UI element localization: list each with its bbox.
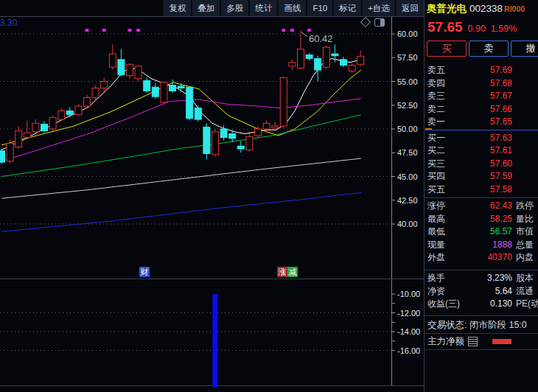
toolbar-button-adjust-rights[interactable]: 复权 [163, 0, 191, 16]
bid-row[interactable]: 买三57.60 [425, 158, 538, 171]
stock-code: 002338 [469, 3, 503, 14]
level-price: 57.66 [490, 103, 512, 116]
candle-down [152, 87, 158, 97]
candle-up [49, 118, 56, 129]
ma-value-clipped-label: 3.30 [0, 18, 17, 28]
buy-button[interactable]: 买 [427, 41, 467, 57]
candle-up [246, 136, 253, 150]
candle-down [144, 80, 150, 91]
svg-text:60.00: 60.00 [397, 29, 418, 38]
ask-levels: 卖五57.69卖四57.68卖三57.67卖二57.66卖一57.65 [425, 64, 538, 129]
candle-up [15, 131, 22, 147]
stat-row: 外盘40370内盘 [425, 251, 538, 265]
svg-text:60.42: 60.42 [309, 33, 333, 44]
level-price: 57.63 [490, 132, 512, 145]
main-flow-label: 主力净额 [427, 335, 464, 348]
toolbar-button-f10-info[interactable]: F10 [307, 0, 332, 16]
bid-row[interactable]: 买五57.58 [425, 183, 538, 197]
trade-status-label: 交易状态: [427, 320, 467, 330]
svg-text:-14.00: -14.00 [397, 327, 420, 336]
level-price: 57.65 [490, 116, 512, 129]
level-label: 买三 [427, 158, 445, 171]
ma-20-magenta [1, 99, 361, 161]
toolbar-button-add-watchlist[interactable]: +自选 [362, 0, 395, 16]
ask-row[interactable]: 卖二57.66 [425, 103, 538, 116]
stat-row: 涨停62.43跌停 [425, 200, 538, 213]
toolbar-button-multi-stock[interactable]: 多股 [220, 0, 248, 16]
cancel-button[interactable]: 撤 [511, 41, 538, 57]
svg-text:50.00: 50.00 [397, 125, 418, 133]
svg-text:47.50: 47.50 [397, 148, 418, 157]
candle-up [357, 56, 364, 64]
bid-row[interactable]: 买一57.63 [425, 132, 538, 145]
candle-up [161, 83, 167, 102]
candle-up [109, 54, 116, 67]
toolbar-button-statistics[interactable]: 统计 [249, 0, 277, 16]
candle-up [127, 64, 133, 75]
grid-and-axes: 60.0057.5055.0052.5050.0047.5045.0042.50… [0, 16, 424, 386]
bid-row[interactable]: 买四57.59 [425, 170, 538, 183]
book-divider [425, 130, 538, 132]
chart-corner-icons [362, 17, 391, 27]
svg-text:-16.00: -16.00 [397, 346, 420, 355]
tag-finance[interactable]: 财 [139, 267, 150, 277]
candle-down [229, 133, 236, 138]
toolbar-button-overlay[interactable]: 叠加 [192, 0, 220, 16]
ask-row[interactable]: 卖五57.69 [425, 64, 538, 77]
svg-text:-10.00: -10.00 [397, 290, 420, 298]
main-flow-net-bar [492, 339, 511, 344]
level-label: 卖一 [427, 116, 445, 129]
level-label: 卖三 [427, 90, 445, 103]
quote-panel: 奥普光电002338RI000 57.650.901.59% 买卖撤 卖五57.… [424, 0, 538, 392]
candle-up [272, 126, 279, 128]
detail-list-icon[interactable] [468, 337, 478, 346]
candlestick-chart[interactable]: 60.0057.5055.0052.5050.0047.5045.0042.50… [0, 0, 424, 392]
tag-zhang[interactable]: 涨 [277, 267, 287, 277]
candle-down [332, 54, 338, 56]
level-price: 57.69 [490, 64, 512, 77]
ask-row[interactable]: 卖四57.68 [425, 77, 538, 91]
stock-corner-tag: RI000 [504, 4, 525, 13]
candles[interactable] [0, 30, 364, 164]
ask-row[interactable]: 卖三57.67 [425, 90, 538, 103]
candle-up [263, 123, 270, 129]
quote-stats-secondary: 换手3.23%股本净资5.64流通收益(三)0.130PE(动 [425, 270, 538, 311]
toolbar-button-draw-line[interactable]: 画线 [278, 0, 306, 16]
candle-up [75, 106, 82, 115]
trade-status-value: 闭市阶段 15:0 [469, 320, 527, 330]
candle-up [32, 123, 39, 132]
candle-down [0, 151, 5, 162]
level-price: 57.61 [490, 144, 512, 158]
sell-button[interactable]: 卖 [469, 41, 509, 57]
split-view-icon[interactable] [374, 18, 385, 27]
main-flow-row: 主力净额 [425, 333, 538, 350]
candle-down [340, 60, 347, 66]
level-label: 卖五 [427, 64, 445, 77]
level-label: 买五 [427, 183, 445, 197]
level-price: 57.68 [490, 77, 512, 91]
candle-up [7, 143, 13, 161]
toolbar-button-back[interactable]: 返回 [396, 0, 424, 16]
candle-up [280, 77, 287, 126]
stat-row: 净资5.64流通 [425, 285, 538, 298]
candle-up [84, 97, 91, 106]
bid-levels: 买一57.63买二57.61买三57.60买四57.59买五57.58 [425, 132, 538, 197]
ask-row[interactable]: 卖一57.65 [425, 116, 538, 129]
trade-buttons: 买卖撤 [425, 41, 538, 57]
svg-text:42.50: 42.50 [397, 196, 418, 205]
order-book: 卖五57.69卖四57.68卖三57.67卖二57.66卖一57.65 买一57… [425, 64, 538, 196]
level-price: 57.59 [490, 170, 512, 183]
candle-up [58, 111, 65, 119]
candle-down [203, 127, 210, 153]
level-label: 买二 [427, 144, 445, 158]
toolbar-button-mark[interactable]: 标记 [333, 0, 361, 16]
level-label: 卖二 [427, 103, 445, 116]
candle-up [92, 88, 99, 98]
tag-jian[interactable]: 减 [287, 267, 298, 277]
bid-row[interactable]: 买二57.61 [425, 144, 538, 158]
candle-up [298, 49, 304, 69]
price-row: 57.650.901.59% [427, 19, 517, 35]
level-price: 57.58 [490, 183, 512, 197]
signal-dots [85, 29, 312, 32]
diamond-marker-icon[interactable] [360, 17, 371, 27]
